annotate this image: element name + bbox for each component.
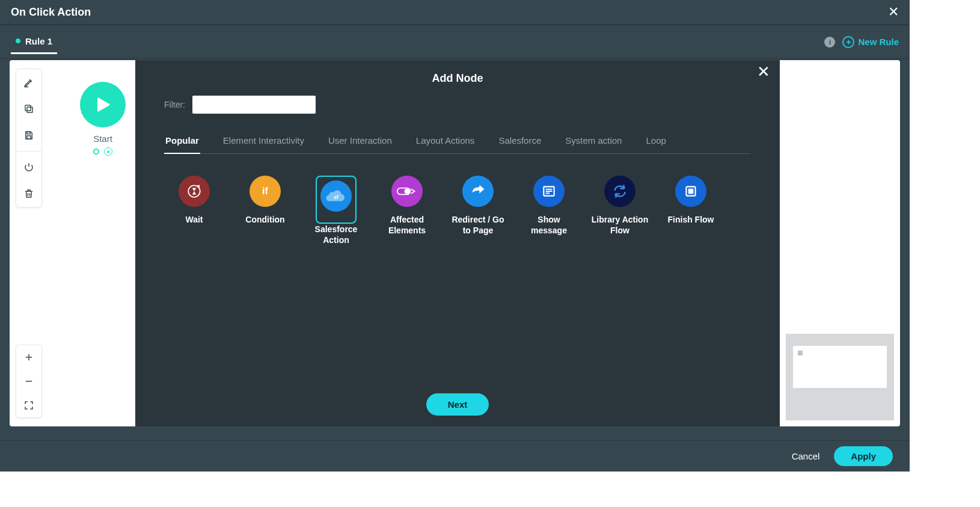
svg-rect-2 bbox=[27, 132, 30, 134]
node-salesforce-action[interactable]: sf Salesforce Action bbox=[306, 176, 366, 245]
rule-tabstrip: Rule 1 i + New Rule bbox=[0, 25, 910, 59]
sync-icon bbox=[604, 176, 635, 207]
dialog-title: On Click Action bbox=[11, 6, 91, 19]
start-node[interactable]: Start + bbox=[80, 82, 126, 156]
zoom-toolbar bbox=[16, 345, 42, 418]
copy-button[interactable] bbox=[16, 96, 42, 122]
canvas-area: Start + ✕ Add Node Filter: Popular bbox=[10, 60, 900, 426]
zoom-in-button[interactable] bbox=[16, 345, 42, 369]
tab-system-action[interactable]: System action bbox=[564, 131, 623, 154]
node-label: Finish Flow bbox=[661, 214, 721, 225]
add-node-panel: ✕ Add Node Filter: Popular Element Inter… bbox=[135, 60, 780, 426]
svg-point-7 bbox=[405, 189, 409, 193]
node-label: Condition bbox=[235, 214, 295, 225]
message-icon bbox=[533, 176, 565, 207]
status-dot-icon bbox=[16, 38, 20, 43]
edit-button[interactable] bbox=[16, 69, 42, 96]
fullscreen-button[interactable] bbox=[16, 393, 42, 417]
svg-rect-0 bbox=[27, 107, 32, 112]
node-finish-flow[interactable]: Finish Flow bbox=[661, 176, 721, 245]
preview-inner bbox=[793, 346, 887, 388]
plus-circle-icon: + bbox=[842, 36, 854, 48]
info-icon[interactable]: i bbox=[824, 37, 835, 48]
category-tabs: Popular Element Interactivity User Inter… bbox=[164, 131, 751, 154]
preview-cursor-icon bbox=[798, 351, 803, 355]
new-rule-label: New Rule bbox=[858, 37, 899, 47]
tab-element-interactivity[interactable]: Element Interactivity bbox=[222, 131, 305, 154]
tab-user-interaction[interactable]: User Interaction bbox=[327, 131, 393, 154]
svg-text:sf: sf bbox=[334, 194, 338, 200]
tab-popular[interactable]: Popular bbox=[164, 131, 200, 154]
new-rule-button[interactable]: + New Rule bbox=[842, 36, 899, 48]
node-wait[interactable]: Wait bbox=[164, 176, 224, 245]
node-redirect[interactable]: Redirect / Go to Page bbox=[448, 176, 508, 245]
node-label: Show message bbox=[519, 214, 579, 236]
left-toolbar bbox=[16, 69, 42, 207]
share-arrow-icon bbox=[462, 176, 494, 207]
svg-rect-10 bbox=[689, 189, 693, 194]
tab-layout-actions[interactable]: Layout Actions bbox=[415, 131, 476, 154]
toggle-icon bbox=[391, 176, 423, 207]
node-label: Wait bbox=[164, 214, 224, 225]
filter-label: Filter: bbox=[164, 100, 185, 109]
apply-button[interactable]: Apply bbox=[834, 446, 893, 466]
stop-icon bbox=[675, 176, 706, 207]
svg-rect-1 bbox=[25, 105, 31, 111]
rule-tab-1[interactable]: Rule 1 bbox=[11, 30, 57, 54]
power-button[interactable] bbox=[16, 154, 42, 180]
status-ring-icon bbox=[93, 149, 99, 155]
next-button[interactable]: Next bbox=[426, 393, 489, 416]
panel-title: Add Node bbox=[164, 72, 751, 85]
tab-salesforce[interactable]: Salesforce bbox=[497, 131, 542, 154]
node-condition[interactable]: if Condition bbox=[235, 176, 295, 245]
node-affected-elements[interactable]: Affected Elements bbox=[377, 176, 437, 245]
hourglass-icon bbox=[179, 176, 210, 207]
panel-close-icon[interactable]: ✕ bbox=[757, 64, 770, 79]
diamond-icon: if bbox=[243, 169, 287, 214]
cancel-button[interactable]: Cancel bbox=[792, 451, 820, 461]
add-child-icon[interactable]: + bbox=[104, 147, 112, 156]
start-node-label: Start bbox=[80, 134, 126, 144]
node-label: Salesforce Action bbox=[306, 224, 366, 245]
node-label: Affected Elements bbox=[377, 214, 437, 236]
node-show-message[interactable]: Show message bbox=[519, 176, 579, 245]
close-icon[interactable]: ✕ bbox=[888, 5, 899, 19]
dialog-footer: Cancel Apply bbox=[0, 440, 910, 472]
node-grid: Wait if Condition sf Salesforce Action bbox=[164, 176, 751, 245]
svg-rect-3 bbox=[27, 136, 31, 139]
filter-input[interactable] bbox=[192, 96, 316, 114]
rule-tab-label: Rule 1 bbox=[25, 36, 52, 46]
titlebar: On Click Action ✕ bbox=[0, 0, 910, 25]
cloud-icon: sf bbox=[320, 180, 352, 212]
delete-button[interactable] bbox=[16, 180, 42, 207]
node-label: Redirect / Go to Page bbox=[448, 214, 508, 236]
save-button[interactable] bbox=[16, 122, 42, 149]
play-icon bbox=[80, 82, 126, 128]
zoom-out-button[interactable] bbox=[16, 369, 42, 393]
tab-loop[interactable]: Loop bbox=[645, 131, 667, 154]
node-label: Library Action Flow bbox=[590, 214, 650, 236]
preview-thumbnail bbox=[786, 334, 894, 420]
node-library-action-flow[interactable]: Library Action Flow bbox=[590, 176, 650, 245]
